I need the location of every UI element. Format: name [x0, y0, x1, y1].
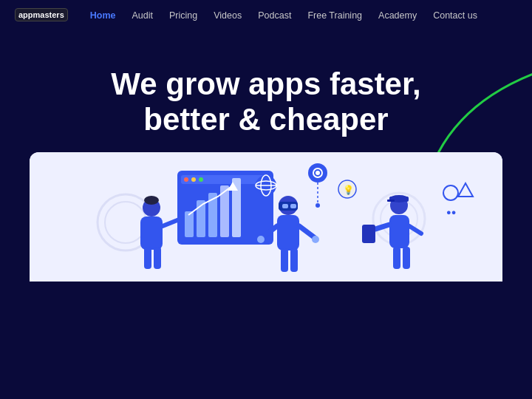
nav-link-free-training[interactable]: Free Training — [307, 10, 362, 21]
svg-rect-23 — [144, 247, 151, 269]
svg-rect-24 — [154, 247, 161, 269]
nav-link-podcast[interactable]: Podcast — [258, 10, 291, 21]
nav-link-videos[interactable]: Videos — [214, 10, 242, 21]
hero-section: We grow apps faster, better & cheaper Fr… — [0, 30, 532, 282]
svg-rect-27 — [282, 204, 288, 208]
nav-item-podcast[interactable]: Podcast — [258, 8, 291, 21]
svg-rect-28 — [290, 204, 296, 208]
nav-link-contact[interactable]: Contact us — [433, 10, 477, 21]
nav-item-audit[interactable]: Audit — [132, 8, 154, 21]
svg-text:●●: ●● — [446, 208, 456, 216]
svg-rect-34 — [281, 248, 288, 272]
nav-item-free-training[interactable]: Free Training — [307, 8, 362, 21]
logo-masters: masters — [33, 10, 64, 19]
svg-rect-29 — [277, 215, 299, 250]
navbar: appmasters Home Audit Pricing Videos Pod… — [0, 0, 532, 30]
logo-app: app — [18, 10, 33, 19]
logo[interactable]: appmasters — [15, 8, 68, 21]
svg-rect-35 — [290, 248, 298, 272]
svg-rect-40 — [389, 215, 409, 248]
svg-text:💡: 💡 — [343, 184, 354, 195]
svg-point-56 — [316, 203, 320, 208]
nav-item-pricing[interactable]: Pricing — [169, 8, 197, 21]
nav-link-home[interactable]: Home — [90, 10, 116, 21]
nav-links: Home Audit Pricing Videos Podcast Free T… — [90, 8, 477, 21]
hero-headline-line2: better & cheaper — [143, 102, 388, 137]
svg-rect-44 — [393, 247, 400, 269]
svg-point-20 — [144, 196, 159, 205]
nav-link-academy[interactable]: Academy — [378, 10, 417, 21]
svg-point-7 — [184, 177, 188, 182]
svg-point-31 — [257, 236, 265, 243]
svg-point-52 — [316, 171, 320, 175]
nav-item-home[interactable]: Home — [90, 8, 116, 21]
svg-rect-21 — [140, 216, 163, 250]
hero-headline-line1: We grow apps faster, — [111, 66, 420, 101]
svg-point-33 — [312, 236, 319, 243]
nav-link-pricing[interactable]: Pricing — [169, 10, 197, 21]
illustration-card: ●● — [30, 152, 502, 282]
hero-headline: We grow apps faster, better & cheaper — [15, 66, 517, 138]
logo-box: appmasters — [15, 8, 68, 21]
nav-item-videos[interactable]: Videos — [214, 8, 242, 21]
illustration-svg: ●● — [30, 152, 502, 282]
nav-item-contact[interactable]: Contact us — [433, 8, 477, 21]
nav-link-audit[interactable]: Audit — [132, 10, 154, 21]
svg-rect-39 — [387, 200, 395, 202]
svg-rect-42 — [362, 225, 375, 243]
nav-item-academy[interactable]: Academy — [378, 8, 417, 21]
svg-rect-45 — [403, 247, 410, 269]
svg-point-8 — [191, 177, 196, 182]
svg-point-9 — [199, 177, 203, 182]
